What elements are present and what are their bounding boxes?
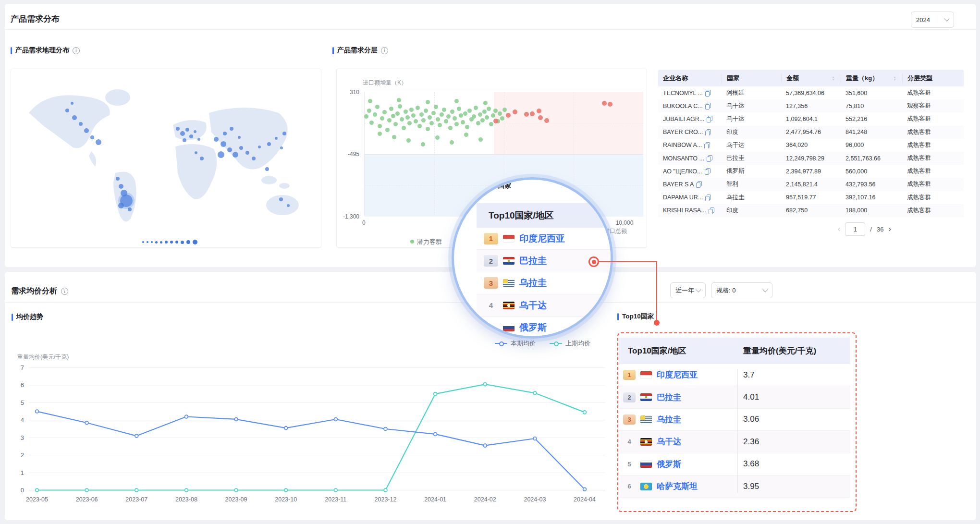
country-link[interactable]: 乌干达 [519,299,547,312]
rank-badge: 2 [623,392,636,402]
section-geo-title: 产品需求地理分布 i [11,46,80,55]
country-link[interactable]: 乌拉圭 [519,277,547,289]
table-row[interactable]: AO "ЩЕЛКО...俄罗斯2,394,977.89560,000成熟客群 [658,165,964,178]
copy-icon[interactable] [704,142,710,148]
scatter-point-green [426,127,430,131]
info-icon[interactable]: i [61,288,68,295]
callout-marker-icon [588,256,599,267]
map-bubble [194,130,196,133]
map-dot[interactable] [151,241,153,243]
country-cell: 智利 [722,180,781,188]
section-bar [12,314,13,321]
sort-icons[interactable]: ▲▼ [893,76,896,81]
col-header-amount[interactable]: 金额 ▲▼ [781,74,841,83]
scatter-point-green [378,124,382,128]
copy-icon[interactable] [707,155,712,161]
flag-icon [503,235,514,243]
country-link[interactable]: 俄罗斯 [657,459,681,470]
info-icon[interactable]: i [381,47,388,54]
country-cell: 印度 [722,207,781,215]
country-link[interactable]: 印度尼西亚 [657,369,698,380]
country-link[interactable]: 巴拉圭 [657,392,681,403]
weight-cell: 432,793.56 [841,181,902,188]
year-select[interactable]: 2024 [911,12,954,28]
country-link[interactable]: 俄罗斯 [519,321,547,334]
table-row[interactable]: 4乌干达2.36 [619,431,850,453]
amount-cell: 12,249,798.29 [781,155,841,162]
map-dot[interactable] [165,241,168,244]
map-dot[interactable] [175,241,178,244]
table-row[interactable]: 2巴拉圭4.01 [619,386,850,408]
amount-cell: 682,750 [781,207,841,214]
map-dot[interactable] [193,240,197,244]
map-bubble [118,203,124,208]
list-item[interactable]: 1印度尼西亚 [477,228,613,250]
copy-icon[interactable] [705,90,710,96]
scatter-point-green [438,123,442,127]
sort-icons[interactable]: ▲▼ [832,76,835,81]
amount-cell: 1,092,604.1 [781,116,841,122]
map-dot[interactable] [170,241,173,244]
scatter-point-green [478,137,483,142]
callout-line-vertical [656,261,657,321]
spec-select[interactable]: 规格: 0 [711,282,772,298]
legend-item[interactable]: 上期均价 [550,339,590,348]
table-row[interactable]: RAINBOW A...乌干达364,02096,000成熟客群 [658,139,964,152]
map-dot[interactable] [147,241,148,243]
country-cell: 4乌干达 [619,436,737,447]
scatter-point-green [483,101,488,105]
map-bubble [119,184,123,189]
copy-icon[interactable] [705,129,710,135]
map-dot[interactable] [160,241,162,244]
table-row[interactable]: MONSANTO ...巴拉圭12,249,798.292,551,763.66… [658,152,964,165]
table-row[interactable]: 3乌拉圭3.06 [619,409,850,431]
table-row[interactable]: 1印度尼西亚3.7 [619,364,850,386]
table-row[interactable]: BAYER S A智利2,145,821.4432,793.56成熟客群 [658,178,964,191]
scatter-point-green [378,132,382,136]
map-dot[interactable] [142,241,144,243]
copy-icon[interactable] [696,181,701,187]
col-header-name[interactable]: 企业名称 [658,74,722,83]
scatter-point-green [491,113,495,118]
country-link[interactable]: 乌干达 [657,436,681,447]
data-point [284,488,288,492]
pagination-prev[interactable]: ‹ [838,225,840,233]
table-row[interactable]: 5俄罗斯3.68 [619,453,850,475]
col-header-type[interactable]: 分层类型 [902,74,964,83]
country-link[interactable]: 乌拉圭 [657,414,681,425]
table-row[interactable]: BUKOOLA C...乌干达127,35675,810观察客群 [658,99,964,112]
map-dot[interactable] [155,241,158,244]
table-row[interactable]: TECNOMYL ...阿根廷57,369,634.06351,600成熟客群 [658,86,964,99]
info-icon[interactable]: i [73,47,80,54]
map-dot[interactable] [181,241,184,244]
col-header-weight[interactable]: 重量（kg） ▲▼ [841,74,902,83]
map-bubble [267,142,271,146]
table-row[interactable]: KRISHI RASA...印度682,750188,000成熟客群 [658,204,964,217]
list-item[interactable]: 3乌拉圭 [477,272,613,294]
legend-item[interactable]: 本期均价 [495,339,536,348]
map-bubble [280,146,283,149]
map-bubble [195,151,197,154]
country-link[interactable]: 巴拉圭 [519,255,547,267]
country-link[interactable]: 哈萨克斯坦 [657,481,698,492]
copy-icon[interactable] [709,207,714,214]
copy-icon[interactable] [707,116,712,122]
range-select[interactable]: 近一年 [670,282,706,298]
scatter-point-green [424,109,428,113]
map-dot[interactable] [186,240,190,244]
rank-badge: 1 [484,233,498,244]
copy-icon[interactable] [705,195,710,201]
table-row[interactable]: DAPAMA UR...乌拉圭957,519.77392,107.16成熟客群 [658,191,964,204]
type-cell: 成熟客群 [902,180,964,188]
col-header-country[interactable]: 国家 [722,74,781,83]
col-header-weight-label: 重量（kg） [846,74,878,83]
table-row[interactable]: BAYER CRO...印度2,477,954.76841,248成熟客群 [658,126,964,139]
table-row[interactable]: 6哈萨克斯坦3.95 [619,475,850,498]
pagination-current[interactable]: 1 [845,222,865,236]
copy-icon[interactable] [705,103,710,109]
table-row[interactable]: JUBAILI AGR...乌干达1,092,604.1552,216成熟客群 [658,112,964,125]
copy-icon[interactable] [705,168,710,174]
pagination-next[interactable]: › [888,225,891,233]
country-link[interactable]: 印度尼西亚 [519,232,565,245]
scatter-legend-label[interactable]: 潜力客群 [417,238,442,246]
